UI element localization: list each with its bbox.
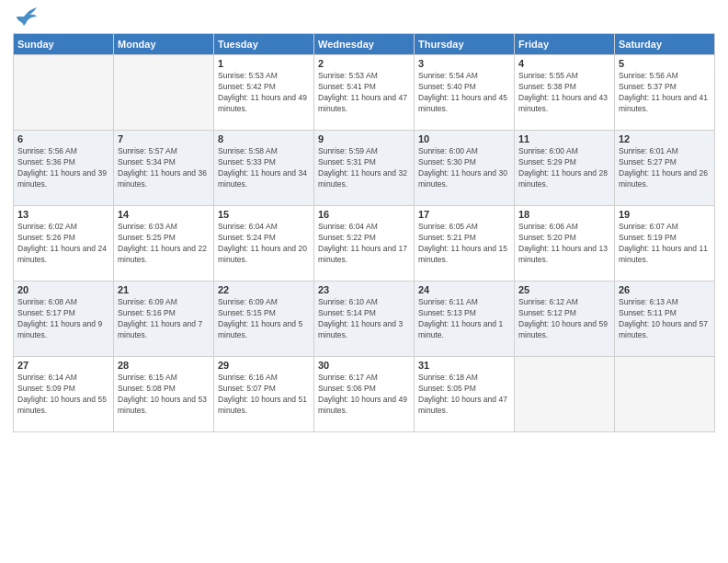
sunset-text: Sunset: 5:21 PM <box>418 233 476 242</box>
day-number: 26 <box>619 284 711 295</box>
sunset-text: Sunset: 5:17 PM <box>17 308 75 317</box>
calendar-cell: 12Sunrise: 6:01 AMSunset: 5:27 PMDayligh… <box>615 131 715 206</box>
calendar-cell: 27Sunrise: 6:14 AMSunset: 5:09 PMDayligh… <box>14 357 114 432</box>
daylight-text: Daylight: 10 hours and 55 minutes. <box>17 395 107 415</box>
daylight-text: Daylight: 11 hours and 49 minutes. <box>218 93 307 113</box>
day-number: 7 <box>118 133 210 144</box>
sunrise-text: Sunrise: 6:05 AM <box>418 222 478 231</box>
calendar-container: SundayMondayTuesdayWednesdayThursdayFrid… <box>0 0 728 563</box>
calendar-cell <box>615 357 715 432</box>
day-info: Sunrise: 6:04 AMSunset: 5:22 PMDaylight:… <box>318 222 410 266</box>
calendar-week-row: 27Sunrise: 6:14 AMSunset: 5:09 PMDayligh… <box>14 357 715 432</box>
day-number: 24 <box>418 284 510 295</box>
calendar-cell: 1Sunrise: 5:53 AMSunset: 5:42 PMDaylight… <box>214 55 314 131</box>
sunset-text: Sunset: 5:24 PM <box>218 233 276 242</box>
sunrise-text: Sunrise: 6:16 AM <box>218 373 278 382</box>
sunset-text: Sunset: 5:05 PM <box>418 384 476 393</box>
daylight-text: Daylight: 11 hours and 34 minutes. <box>218 168 307 189</box>
daylight-text: Daylight: 11 hours and 32 minutes. <box>318 168 407 189</box>
daylight-text: Daylight: 11 hours and 47 minutes. <box>318 93 407 113</box>
day-number: 23 <box>318 284 410 295</box>
day-info: Sunrise: 5:56 AMSunset: 5:36 PMDaylight:… <box>17 146 109 190</box>
day-number: 11 <box>518 133 610 144</box>
calendar-week-row: 20Sunrise: 6:08 AMSunset: 5:17 PMDayligh… <box>14 282 715 357</box>
day-info: Sunrise: 6:10 AMSunset: 5:14 PMDaylight:… <box>318 297 410 341</box>
day-number: 3 <box>418 58 510 69</box>
daylight-text: Daylight: 11 hours and 11 minutes. <box>619 244 708 264</box>
day-number: 2 <box>318 58 410 69</box>
calendar-cell: 31Sunrise: 6:18 AMSunset: 5:05 PMDayligh… <box>415 357 515 432</box>
sunset-text: Sunset: 5:07 PM <box>218 384 276 393</box>
day-info: Sunrise: 5:53 AMSunset: 5:42 PMDaylight:… <box>218 71 310 115</box>
sunrise-text: Sunrise: 5:54 AM <box>418 71 478 80</box>
daylight-text: Daylight: 11 hours and 17 minutes. <box>318 244 407 264</box>
day-info: Sunrise: 5:57 AMSunset: 5:34 PMDaylight:… <box>118 146 210 190</box>
day-info: Sunrise: 6:13 AMSunset: 5:11 PMDaylight:… <box>619 297 711 341</box>
day-number: 5 <box>619 58 711 69</box>
day-info: Sunrise: 6:00 AMSunset: 5:30 PMDaylight:… <box>418 146 510 190</box>
day-number: 1 <box>218 58 310 69</box>
day-number: 18 <box>518 209 610 220</box>
sunrise-text: Sunrise: 6:10 AM <box>318 297 378 306</box>
sunset-text: Sunset: 5:08 PM <box>118 384 176 393</box>
calendar-cell: 2Sunrise: 5:53 AMSunset: 5:41 PMDaylight… <box>314 55 415 131</box>
calendar-cell: 24Sunrise: 6:11 AMSunset: 5:13 PMDayligh… <box>415 282 515 357</box>
calendar-cell <box>515 357 615 432</box>
sunrise-text: Sunrise: 6:07 AM <box>619 222 678 231</box>
daylight-text: Daylight: 11 hours and 7 minutes. <box>118 319 202 339</box>
calendar-cell: 21Sunrise: 6:09 AMSunset: 5:16 PMDayligh… <box>114 282 214 357</box>
sunrise-text: Sunrise: 6:00 AM <box>518 146 578 155</box>
sunset-text: Sunset: 5:15 PM <box>218 308 276 317</box>
sunrise-text: Sunrise: 6:02 AM <box>17 222 77 231</box>
daylight-text: Daylight: 11 hours and 1 minute. <box>418 319 503 339</box>
daylight-text: Daylight: 11 hours and 36 minutes. <box>118 168 207 189</box>
daylight-text: Daylight: 11 hours and 43 minutes. <box>518 93 608 113</box>
day-info: Sunrise: 6:09 AMSunset: 5:15 PMDaylight:… <box>218 297 310 341</box>
sunset-text: Sunset: 5:29 PM <box>518 157 576 167</box>
day-info: Sunrise: 6:12 AMSunset: 5:12 PMDaylight:… <box>518 297 610 341</box>
calendar-cell: 5Sunrise: 5:56 AMSunset: 5:37 PMDaylight… <box>615 55 715 131</box>
daylight-text: Daylight: 11 hours and 41 minutes. <box>619 93 708 113</box>
day-header-friday: Friday <box>515 34 615 55</box>
sunset-text: Sunset: 5:42 PM <box>218 82 276 91</box>
calendar-cell <box>14 55 114 131</box>
sunset-text: Sunset: 5:36 PM <box>17 157 75 167</box>
day-number: 10 <box>418 133 510 144</box>
sunset-text: Sunset: 5:34 PM <box>118 157 176 167</box>
day-info: Sunrise: 6:04 AMSunset: 5:24 PMDaylight:… <box>218 222 310 266</box>
day-number: 31 <box>418 360 510 371</box>
sunrise-text: Sunrise: 6:17 AM <box>318 373 378 382</box>
day-number: 27 <box>17 360 109 371</box>
sunset-text: Sunset: 5:12 PM <box>518 308 576 317</box>
calendar-week-row: 1Sunrise: 5:53 AMSunset: 5:42 PMDaylight… <box>14 55 715 131</box>
sunrise-text: Sunrise: 5:53 AM <box>318 71 378 80</box>
sunset-text: Sunset: 5:25 PM <box>118 233 176 242</box>
day-info: Sunrise: 5:56 AMSunset: 5:37 PMDaylight:… <box>619 71 711 115</box>
logo-bird-icon <box>17 7 37 26</box>
daylight-text: Daylight: 10 hours and 49 minutes. <box>318 395 407 415</box>
day-header-thursday: Thursday <box>415 34 515 55</box>
day-number: 6 <box>17 133 109 144</box>
day-info: Sunrise: 6:07 AMSunset: 5:19 PMDaylight:… <box>619 222 711 266</box>
calendar-cell: 29Sunrise: 6:16 AMSunset: 5:07 PMDayligh… <box>214 357 314 432</box>
day-number: 20 <box>17 284 109 295</box>
day-info: Sunrise: 6:03 AMSunset: 5:25 PMDaylight:… <box>118 222 210 266</box>
calendar-cell: 13Sunrise: 6:02 AMSunset: 5:26 PMDayligh… <box>14 206 114 282</box>
calendar-cell: 23Sunrise: 6:10 AMSunset: 5:14 PMDayligh… <box>314 282 415 357</box>
calendar-week-row: 13Sunrise: 6:02 AMSunset: 5:26 PMDayligh… <box>14 206 715 282</box>
sunrise-text: Sunrise: 6:04 AM <box>218 222 278 231</box>
calendar-cell: 6Sunrise: 5:56 AMSunset: 5:36 PMDaylight… <box>14 131 114 206</box>
day-info: Sunrise: 6:08 AMSunset: 5:17 PMDaylight:… <box>17 297 109 341</box>
sunset-text: Sunset: 5:37 PM <box>619 82 677 91</box>
day-info: Sunrise: 6:18 AMSunset: 5:05 PMDaylight:… <box>418 373 510 417</box>
day-header-monday: Monday <box>114 34 214 55</box>
sunrise-text: Sunrise: 6:08 AM <box>17 297 77 306</box>
daylight-text: Daylight: 11 hours and 13 minutes. <box>518 244 608 264</box>
daylight-text: Daylight: 11 hours and 28 minutes. <box>518 168 608 189</box>
calendar-cell: 4Sunrise: 5:55 AMSunset: 5:38 PMDaylight… <box>515 55 615 131</box>
header <box>13 11 715 26</box>
sunrise-text: Sunrise: 5:57 AM <box>118 146 177 155</box>
daylight-text: Daylight: 11 hours and 24 minutes. <box>17 244 107 264</box>
sunrise-text: Sunrise: 6:14 AM <box>17 373 77 382</box>
sunset-text: Sunset: 5:33 PM <box>218 157 276 167</box>
